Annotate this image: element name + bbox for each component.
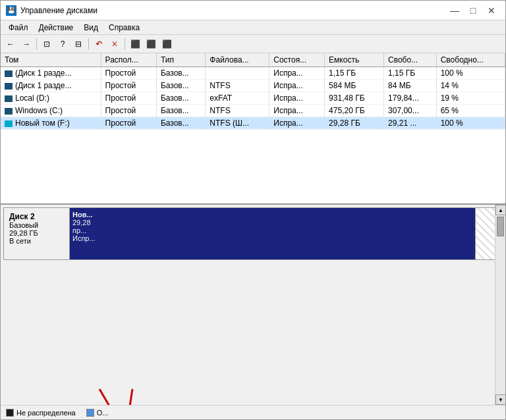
legend-other: О... bbox=[86, 409, 109, 417]
toolbar-btn-7[interactable]: ⬛ bbox=[144, 37, 158, 51]
disk-2-row: Диск 2 Базовый 29,28 ГБ В сети Нов... 29… bbox=[3, 207, 503, 260]
menu-help[interactable]: Справка bbox=[103, 22, 145, 34]
disk-2-status: В сети bbox=[9, 237, 64, 245]
svg-line-0 bbox=[99, 389, 123, 405]
cell-status: Испра... bbox=[269, 67, 325, 80]
close-button[interactable]: ✕ bbox=[483, 3, 500, 18]
table-area: Том Распол... Тип Файлова... Состоя... Е… bbox=[1, 53, 505, 205]
arrow-indicators bbox=[86, 382, 165, 405]
title-bar: 💾 Управление дисками — □ ✕ bbox=[1, 1, 505, 20]
cell-free-pct: 65 % bbox=[436, 105, 505, 117]
disk-2-partition-main[interactable]: Нов... 29,28 пр... Испр... bbox=[70, 208, 476, 259]
cell-free: 307,00... bbox=[384, 105, 437, 117]
toolbar-btn-5[interactable]: ✕ bbox=[107, 37, 122, 51]
cell-capacity: 29,28 ГБ bbox=[325, 117, 384, 130]
toolbar-btn-2[interactable]: ? bbox=[55, 37, 70, 51]
main-window: 💾 Управление дисками — □ ✕ Файл Действие… bbox=[0, 0, 506, 420]
cell-capacity: 1,15 ГБ bbox=[325, 67, 384, 80]
col-header-capacity[interactable]: Емкость bbox=[325, 53, 384, 67]
cell-name: Новый том (F:) bbox=[1, 117, 101, 130]
table-row[interactable]: (Диск 1 разде... Простой Базов... NTFS И… bbox=[1, 80, 505, 92]
toolbar-btn-6[interactable]: ⬛ bbox=[128, 37, 142, 51]
disk-2-label: Диск 2 Базовый 29,28 ГБ В сети bbox=[4, 208, 70, 259]
cell-free: 29,21 ... bbox=[384, 117, 437, 130]
cell-filesystem: NTFS (Ш... bbox=[206, 117, 269, 130]
toolbar-btn-4[interactable]: ↶ bbox=[92, 37, 106, 51]
cell-status: Испра... bbox=[269, 80, 325, 92]
partition-status: Испр... bbox=[72, 234, 472, 242]
partition-type: пр... bbox=[72, 226, 472, 234]
main-content: Том Распол... Тип Файлова... Состоя... Е… bbox=[1, 53, 505, 419]
legend-other-color bbox=[86, 409, 94, 417]
col-header-raspolozhenie[interactable]: Распол... bbox=[101, 53, 156, 67]
cell-layout: Простой bbox=[101, 105, 156, 117]
cell-type: Базов... bbox=[156, 92, 205, 105]
toolbar-btn-1[interactable]: ⊡ bbox=[40, 37, 54, 51]
cell-status: Испра... bbox=[269, 117, 325, 130]
toolbar-btn-8[interactable]: ⬛ bbox=[159, 37, 174, 51]
scroll-thumb[interactable] bbox=[497, 217, 504, 236]
table-row[interactable]: Windows (C:) Простой Базов... NTFS Испра… bbox=[1, 105, 505, 117]
svg-line-1 bbox=[126, 389, 132, 405]
scroll-up-button[interactable]: ▲ bbox=[495, 205, 505, 215]
col-header-tom[interactable]: Том bbox=[1, 53, 101, 67]
cell-layout: Простой bbox=[101, 80, 156, 92]
toolbar-separator-1 bbox=[36, 38, 37, 50]
col-header-free-pct[interactable]: Свободно... bbox=[436, 53, 505, 67]
scroll-down-button[interactable]: ▼ bbox=[495, 394, 505, 405]
cell-free: 84 МБ bbox=[384, 80, 437, 92]
cell-capacity: 475,20 ГБ bbox=[325, 105, 384, 117]
cell-free: 179,84... bbox=[384, 92, 437, 105]
volume-table: Том Распол... Тип Файлова... Состоя... Е… bbox=[1, 53, 505, 130]
row-icon bbox=[5, 120, 13, 127]
disk-view: Диск 2 Базовый 29,28 ГБ В сети Нов... 29… bbox=[1, 205, 505, 405]
cell-free-pct: 100 % bbox=[436, 67, 505, 80]
window-title: Управление дисками bbox=[20, 6, 446, 15]
toolbar-separator-2 bbox=[88, 38, 89, 50]
disk-2-name: Диск 2 bbox=[9, 212, 64, 221]
window-controls: — □ ✕ bbox=[446, 3, 500, 18]
row-icon bbox=[5, 95, 13, 102]
cell-layout: Простой bbox=[101, 67, 156, 80]
disk-2-size: 29,28 ГБ bbox=[9, 229, 64, 237]
col-header-type[interactable]: Тип bbox=[156, 53, 205, 67]
toolbar-btn-3[interactable]: ⊟ bbox=[71, 37, 86, 51]
cell-free: 1,15 ГБ bbox=[384, 67, 437, 80]
cell-free-pct: 19 % bbox=[436, 92, 505, 105]
table-row[interactable]: Local (D:) Простой Базов... exFAT Испра.… bbox=[1, 92, 505, 105]
minimize-button[interactable]: — bbox=[446, 3, 463, 18]
cell-free-pct: 14 % bbox=[436, 80, 505, 92]
menu-file[interactable]: Файл bbox=[3, 22, 34, 34]
cell-status: Испра... bbox=[269, 92, 325, 105]
cell-filesystem: NTFS bbox=[206, 105, 269, 117]
menu-view[interactable]: Вид bbox=[78, 22, 103, 34]
row-icon bbox=[5, 83, 13, 90]
scroll-track bbox=[495, 215, 505, 394]
table-row[interactable]: Новый том (F:) Простой Базов... NTFS (Ш.… bbox=[1, 117, 505, 130]
cell-name: (Диск 1 разде... bbox=[1, 80, 101, 92]
toolbar-back[interactable]: ← bbox=[3, 37, 18, 51]
cell-layout: Простой bbox=[101, 92, 156, 105]
cell-type: Базов... bbox=[156, 80, 205, 92]
table-row[interactable]: (Диск 1 разде... Простой Базов... Испра.… bbox=[1, 67, 505, 80]
col-header-filesystem[interactable]: Файлова... bbox=[206, 53, 269, 67]
menu-bar: Файл Действие Вид Справка bbox=[1, 20, 505, 35]
legend-unallocated: Не распределена bbox=[6, 409, 76, 417]
cell-type: Базов... bbox=[156, 117, 205, 130]
vertical-scrollbar[interactable]: ▲ ▼ bbox=[495, 205, 505, 405]
cell-type: Базов... bbox=[156, 67, 205, 80]
col-header-status[interactable]: Состоя... bbox=[269, 53, 325, 67]
maximize-button[interactable]: □ bbox=[464, 3, 482, 18]
toolbar-forward[interactable]: → bbox=[19, 37, 34, 51]
row-icon bbox=[5, 108, 13, 115]
legend-other-label: О... bbox=[97, 409, 109, 417]
disk-2-type: Базовый bbox=[9, 221, 64, 229]
menu-action[interactable]: Действие bbox=[34, 22, 79, 34]
cell-filesystem: NTFS bbox=[206, 80, 269, 92]
toolbar: ← → ⊡ ? ⊟ ↶ ✕ ⬛ ⬛ ⬛ bbox=[1, 35, 505, 53]
partition-size: 29,28 bbox=[72, 219, 472, 226]
cell-type: Базов... bbox=[156, 105, 205, 117]
col-header-free[interactable]: Свобо... bbox=[384, 53, 437, 67]
cell-status: Испра... bbox=[269, 105, 325, 117]
partition-name: Нов... bbox=[72, 211, 472, 219]
